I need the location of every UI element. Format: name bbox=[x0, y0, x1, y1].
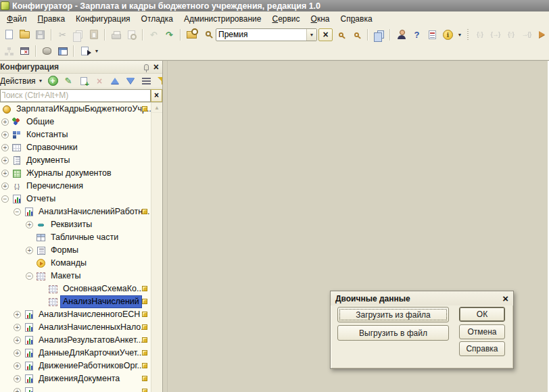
prev-procedure-button[interactable]: {↓} bbox=[473, 28, 487, 42]
tree-row[interactable]: +Журналы документов bbox=[0, 167, 151, 180]
tree-row[interactable]: +АнализНачисленногоЕСН bbox=[0, 308, 151, 321]
expander-minus-icon[interactable]: − bbox=[1, 195, 9, 203]
menu-item-Правка[interactable]: Правка bbox=[32, 13, 71, 25]
tree-row[interactable]: Команды bbox=[0, 257, 151, 270]
expander-plus-icon[interactable]: + bbox=[26, 247, 33, 254]
tree-row[interactable]: ЗарплатаИКадрыБюджетногоУчр... bbox=[0, 103, 151, 116]
move-up-button[interactable] bbox=[110, 75, 121, 87]
expander-plus-icon[interactable]: + bbox=[1, 182, 9, 190]
syntax-check-button[interactable] bbox=[394, 28, 408, 42]
menu-item-Отладка[interactable]: Отладка bbox=[136, 13, 178, 25]
find-button[interactable] bbox=[200, 28, 214, 42]
sort-button[interactable] bbox=[141, 75, 152, 87]
print-preview-button[interactable] bbox=[124, 28, 139, 42]
tree-row[interactable]: +Документы bbox=[0, 154, 151, 167]
find-previous-button[interactable] bbox=[350, 28, 364, 42]
tree-row[interactable]: Табличные части bbox=[0, 231, 151, 244]
actions-menu-button[interactable]: Действия ▼ bbox=[0, 76, 43, 86]
templates-button[interactable] bbox=[425, 28, 439, 42]
add-button[interactable]: + bbox=[47, 75, 59, 87]
copy-button[interactable] bbox=[71, 28, 85, 42]
cancel-button[interactable]: Отмена bbox=[459, 324, 505, 339]
tree-row[interactable]: +Реквизиты bbox=[0, 218, 151, 231]
next-procedure-button[interactable]: {→} bbox=[488, 28, 502, 42]
open-button[interactable] bbox=[18, 28, 32, 42]
expander-plus-icon[interactable]: + bbox=[1, 118, 9, 126]
search-clear-button[interactable]: × bbox=[151, 89, 162, 102]
tree-row[interactable]: +Константы bbox=[0, 128, 151, 141]
undo-button[interactable]: ↶ bbox=[147, 28, 161, 42]
tree-row[interactable]: −Макеты bbox=[0, 270, 151, 283]
go-button[interactable] bbox=[535, 28, 549, 42]
expander-plus-icon[interactable]: + bbox=[1, 157, 9, 164]
find-in-files-button[interactable] bbox=[185, 28, 199, 42]
menu-item-Окна[interactable]: Окна bbox=[306, 13, 335, 25]
panel-header[interactable]: Конфигурация × bbox=[0, 61, 162, 74]
windows-button[interactable] bbox=[372, 28, 386, 42]
expander-plus-icon[interactable]: + bbox=[14, 324, 21, 331]
tree-row[interactable]: +Формы bbox=[0, 244, 151, 257]
menu-item-Файл[interactable]: Файл bbox=[1, 13, 32, 25]
module-dropdown[interactable]: ▼ bbox=[93, 44, 100, 58]
scroll-up-icon[interactable]: ▲ bbox=[151, 103, 162, 113]
tree-search-input[interactable] bbox=[0, 89, 151, 102]
new-document-button[interactable] bbox=[2, 28, 16, 42]
expander-plus-icon[interactable]: + bbox=[1, 170, 9, 177]
tree-row[interactable]: −Отчеты bbox=[0, 193, 151, 205]
expander-plus-icon[interactable]: + bbox=[14, 349, 21, 357]
redo-button[interactable]: ↷ bbox=[162, 28, 176, 42]
expander-plus-icon[interactable]: + bbox=[14, 337, 21, 344]
filter-button[interactable] bbox=[156, 75, 163, 87]
info-button[interactable]: i bbox=[441, 28, 455, 42]
tree-row[interactable]: +АнализРезультатовАнкет... bbox=[0, 334, 151, 347]
tree-row[interactable]: +АнализНачисленныхНало... bbox=[0, 321, 151, 334]
tree-row[interactable]: АнализНачислений bbox=[0, 295, 151, 308]
info-dropdown[interactable]: ▼ bbox=[456, 28, 463, 42]
unload-to-file-button[interactable]: Выгрузить в файл bbox=[337, 325, 449, 341]
expander-minus-icon[interactable]: − bbox=[26, 272, 33, 280]
tree-row[interactable]: +ДвиженияДокумента bbox=[0, 372, 151, 385]
menu-item-Справка[interactable]: Справка bbox=[335, 13, 377, 25]
delete-button[interactable]: × bbox=[94, 75, 105, 87]
table-button[interactable] bbox=[55, 44, 70, 58]
menu-item-Сервис[interactable]: Сервис bbox=[266, 13, 305, 25]
expander-plus-icon[interactable]: + bbox=[14, 311, 21, 318]
combo-dropdown-icon[interactable]: ▼ bbox=[306, 29, 316, 41]
tree-row[interactable]: −АнализНачисленийРаботн... bbox=[0, 205, 151, 218]
tree-row[interactable]: + bbox=[0, 385, 151, 392]
menu-item-Администрирование[interactable]: Администрирование bbox=[178, 13, 266, 25]
menu-item-Конфигурация[interactable]: Конфигурация bbox=[70, 13, 136, 25]
help-button[interactable]: Справка bbox=[459, 341, 505, 356]
expander-plus-icon[interactable]: + bbox=[14, 362, 21, 370]
save-button[interactable] bbox=[33, 28, 47, 42]
database-button[interactable] bbox=[40, 44, 54, 58]
load-from-file-button[interactable]: Загрузить из файла bbox=[337, 307, 449, 322]
edit-button[interactable]: ✎ bbox=[63, 75, 74, 87]
tree-row[interactable]: +{..}Перечисления bbox=[0, 180, 151, 193]
quick-search-input[interactable] bbox=[216, 30, 306, 39]
move-down-button[interactable] bbox=[125, 75, 137, 87]
tree-scrollbar[interactable]: ▲ bbox=[151, 103, 162, 392]
tree-row[interactable]: +Общие bbox=[0, 116, 151, 128]
tree-row[interactable]: +ДанныеДляКарточкиУчет... bbox=[0, 347, 151, 360]
hierarchy-button[interactable] bbox=[2, 44, 16, 58]
tree-row[interactable]: +ДвижениеРаботниковОрг... bbox=[0, 360, 151, 372]
expander-plus-icon[interactable]: + bbox=[14, 375, 21, 383]
dialog-title-bar[interactable]: Двоичные данные × bbox=[331, 291, 513, 305]
expander-plus-icon[interactable]: + bbox=[1, 144, 9, 151]
tree-row[interactable]: +Справочники bbox=[0, 141, 151, 154]
expander-minus-icon[interactable]: − bbox=[14, 208, 21, 216]
paste-button[interactable] bbox=[87, 28, 101, 42]
open-module-button[interactable] bbox=[78, 44, 92, 58]
ok-button[interactable]: ОК bbox=[459, 307, 505, 322]
dialog-close-icon[interactable]: × bbox=[502, 294, 508, 303]
expander-plus-icon[interactable]: + bbox=[1, 131, 9, 139]
print-button[interactable] bbox=[109, 28, 123, 42]
close-window-button[interactable] bbox=[18, 44, 32, 58]
expander-plus-icon[interactable]: + bbox=[26, 221, 33, 228]
help-search-button[interactable]: ? bbox=[410, 28, 424, 42]
copy-item-button[interactable] bbox=[78, 75, 90, 87]
panel-close-icon[interactable]: × bbox=[153, 62, 159, 72]
end-procedure-button[interactable]: {↑} bbox=[504, 28, 518, 42]
clear-search-button[interactable]: × bbox=[318, 28, 333, 41]
